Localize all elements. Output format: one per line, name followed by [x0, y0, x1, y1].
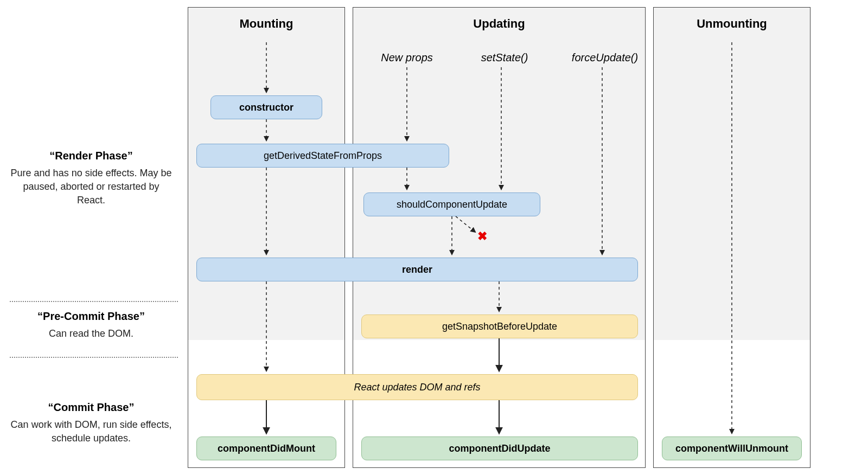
render-phase-title: “Render Phase” — [10, 150, 173, 162]
render-phase-desc: Pure and has no side effects. May be pau… — [10, 166, 173, 208]
render-box: render — [196, 258, 638, 281]
react-updates-box: React updates DOM and refs — [196, 374, 638, 400]
commit-phase-title: “Commit Phase” — [10, 401, 173, 414]
unmounting-header: Unmounting — [654, 8, 810, 40]
should-component-update-box: shouldComponentUpdate — [363, 192, 540, 216]
commit-phase-desc: Can work with DOM, run side effects, sch… — [10, 418, 173, 445]
cross-icon: ✖ — [477, 229, 487, 243]
unmounting-column: Unmounting — [653, 7, 810, 468]
component-did-mount-box: componentDidMount — [196, 437, 336, 460]
precommit-phase-label: “Pre-Commit Phase” Can read the DOM. — [10, 310, 173, 341]
trigger-new-props: New props — [369, 52, 445, 64]
precommit-phase-desc: Can read the DOM. — [10, 327, 173, 341]
commit-phase-label: “Commit Phase” Can work with DOM, run si… — [10, 401, 173, 445]
mounting-header: Mounting — [188, 8, 344, 40]
component-will-unmount-box: componentWillUnmount — [662, 437, 802, 460]
divider-render-precommit — [10, 301, 178, 302]
trigger-set-state: setState() — [472, 52, 537, 64]
get-derived-state-box: getDerivedStateFromProps — [196, 144, 449, 168]
constructor-box: constructor — [210, 95, 322, 119]
mounting-shade — [188, 8, 344, 340]
render-phase-label: “Render Phase” Pure and has no side effe… — [10, 150, 173, 208]
divider-precommit-commit — [10, 357, 178, 358]
updating-header: Updating — [353, 8, 645, 40]
get-snapshot-box: getSnapshotBeforeUpdate — [361, 314, 638, 338]
unmounting-shade — [654, 8, 810, 340]
precommit-phase-title: “Pre-Commit Phase” — [10, 310, 173, 323]
component-did-update-box: componentDidUpdate — [361, 437, 638, 460]
trigger-force-update: forceUpdate() — [564, 52, 646, 64]
